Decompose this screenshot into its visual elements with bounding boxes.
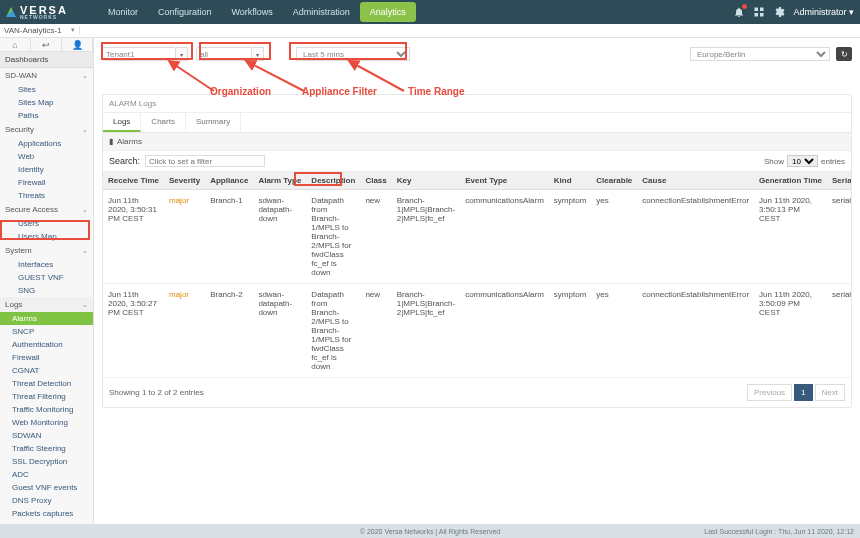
sidebar-section-system[interactable]: System⌄ <box>0 243 93 258</box>
topnav-workflows[interactable]: Workflows <box>221 2 282 22</box>
topnav-monitor[interactable]: Monitor <box>98 2 148 22</box>
back-icon[interactable]: ↩ <box>31 38 62 51</box>
col-appliance[interactable]: Appliance <box>205 172 253 190</box>
col-kind[interactable]: Kind <box>549 172 591 190</box>
sidebar-log-authentication[interactable]: Authentication <box>0 338 93 351</box>
sidebar-item-users[interactable]: Users <box>0 217 93 230</box>
col-event-type[interactable]: Event Type <box>460 172 549 190</box>
home-icon[interactable]: ⌂ <box>0 38 31 51</box>
page-1-button[interactable]: 1 <box>794 384 812 401</box>
sidebar-item-firewall[interactable]: Firewall <box>0 176 93 189</box>
sidebar-log-packets-captures[interactable]: Packets captures <box>0 507 93 520</box>
user-menu[interactable]: Administrator ▾ <box>793 7 854 17</box>
col-description[interactable]: Description <box>306 172 360 190</box>
alarm-panel: ALARM Logs LogsChartsSummary ▮ Alarms Se… <box>102 94 852 408</box>
sidebar-log-dns-proxy[interactable]: DNS Proxy <box>0 494 93 507</box>
col-cause[interactable]: Cause <box>637 172 754 190</box>
search-input[interactable] <box>145 155 265 167</box>
subpanel-head: ▮ Alarms <box>103 133 851 151</box>
sidebar-log-alarms[interactable]: Alarms <box>0 312 93 325</box>
sidebar-item-threats[interactable]: Threats <box>0 189 93 202</box>
next-button[interactable]: Next <box>815 384 845 401</box>
annot-appliance: Appliance Filter <box>302 86 377 97</box>
annot-org: Organization <box>210 86 271 97</box>
sidebar-item-applications[interactable]: Applications <box>0 137 93 150</box>
copyright: © 2020 Versa Networks | All Rights Reser… <box>360 528 500 535</box>
user-icon[interactable]: 👤 <box>62 38 93 51</box>
prev-button[interactable]: Previous <box>747 384 792 401</box>
refresh-button[interactable]: ↻ <box>836 47 852 61</box>
svg-rect-1 <box>760 8 764 12</box>
col-alarm-type[interactable]: Alarm Type <box>253 172 306 190</box>
sidebar-log-sncp[interactable]: SNCP <box>0 325 93 338</box>
timerange-filter[interactable]: Last 5 mins <box>296 47 410 61</box>
col-receive-time[interactable]: Receive Time <box>103 172 164 190</box>
filter-row: Tenant1 ▾ all ▾ Last 5 mins Europe/Berli… <box>102 44 852 64</box>
sidebar-log-cgnat[interactable]: CGNAT <box>0 364 93 377</box>
sidebar-log-guest-vnf-events[interactable]: Guest VNF events <box>0 481 93 494</box>
sidebar-log-adc[interactable]: ADC <box>0 468 93 481</box>
sidebar-section-security[interactable]: Security⌄ <box>0 122 93 137</box>
col-key[interactable]: Key <box>392 172 460 190</box>
pager-info: Showing 1 to 2 of 2 entries <box>109 388 204 397</box>
sidebar-log-web-monitoring[interactable]: Web Monitoring <box>0 416 93 429</box>
logo: VERSA NETWORKS <box>6 4 68 20</box>
svg-rect-0 <box>755 8 759 12</box>
logo-mark-icon <box>6 7 16 17</box>
col-severity[interactable]: Severity <box>164 172 205 190</box>
sidebar-log-threat-detection[interactable]: Threat Detection <box>0 377 93 390</box>
sidebar-item-paths[interactable]: Paths <box>0 109 93 122</box>
sidebar-dashboards-head: Dashboards <box>0 52 93 68</box>
sidebar-section-sd-wan[interactable]: SD-WAN⌄ <box>0 68 93 83</box>
sidebar-item-identity[interactable]: Identity <box>0 163 93 176</box>
sidebar-item-web[interactable]: Web <box>0 150 93 163</box>
col-generation-time[interactable]: Generation Time <box>754 172 827 190</box>
sidebar-log-firewall[interactable]: Firewall <box>0 351 93 364</box>
sidebar-log-sdwan[interactable]: SDWAN <box>0 429 93 442</box>
search-row: Search: Show 10 entries <box>103 151 851 172</box>
grid-icon[interactable] <box>753 6 765 18</box>
org-filter-dd[interactable]: ▾ <box>176 47 188 61</box>
tab-logs[interactable]: Logs <box>103 113 141 132</box>
sidebar-log-ssl-decryption[interactable]: SSL Decryption <box>0 455 93 468</box>
topnav-configuration[interactable]: Configuration <box>148 2 222 22</box>
org-filter[interactable]: Tenant1 <box>102 47 176 61</box>
tenant-selector[interactable]: VAN-Analytics-1▾ <box>0 26 80 35</box>
topnav-analytics[interactable]: Analytics <box>360 2 416 22</box>
sidebar-log-traffic-monitoring[interactable]: Traffic Monitoring <box>0 403 93 416</box>
alarms-table: Receive TimeSeverityApplianceAlarm TypeD… <box>103 172 851 378</box>
sidebar-log-threat-filtering[interactable]: Threat Filtering <box>0 390 93 403</box>
table-row[interactable]: Jun 11th 2020, 3:50:31 PM CESTmajorBranc… <box>103 190 851 284</box>
col-class[interactable]: Class <box>360 172 391 190</box>
entries-select[interactable]: 10 <box>787 155 818 167</box>
svg-line-4 <box>169 61 214 91</box>
tenant-row: VAN-Analytics-1▾ <box>0 24 860 38</box>
footer: © 2020 Versa Networks | All Rights Reser… <box>0 524 860 538</box>
sidebar-item-users-map[interactable]: Users Map <box>0 230 93 243</box>
sidebar-item-sites-map[interactable]: Sites Map <box>0 96 93 109</box>
sidebar-logs-head[interactable]: Logs⌄ <box>0 297 93 312</box>
sidebar-log-traffic-steering[interactable]: Traffic Steering <box>0 442 93 455</box>
gear-icon[interactable] <box>773 6 785 18</box>
bell-icon[interactable] <box>733 6 745 18</box>
table-row[interactable]: Jun 11th 2020, 3:50:27 PM CESTmajorBranc… <box>103 284 851 378</box>
timezone-selector[interactable]: Europe/Berlin <box>690 47 830 61</box>
tab-charts[interactable]: Charts <box>141 113 186 132</box>
svg-rect-3 <box>760 13 764 17</box>
sidebar-item-interfaces[interactable]: Interfaces <box>0 258 93 271</box>
sidebar-item-sng[interactable]: SNG <box>0 284 93 297</box>
topnav-administration[interactable]: Administration <box>283 2 360 22</box>
sidebar-item-sites[interactable]: Sites <box>0 83 93 96</box>
col-serial-number[interactable]: Serial Number <box>827 172 851 190</box>
sidebar-section-secure-access[interactable]: Secure Access⌄ <box>0 202 93 217</box>
panel-tabs: LogsChartsSummary <box>103 113 851 133</box>
topbar-right: Administrator ▾ <box>733 6 854 18</box>
tab-summary[interactable]: Summary <box>186 113 241 132</box>
appliance-filter-dd[interactable]: ▾ <box>252 47 264 61</box>
sidebar-item-guest-vnf[interactable]: GUEST VNF <box>0 271 93 284</box>
col-clearable[interactable]: Clearable <box>591 172 637 190</box>
panel-title: ALARM Logs <box>103 95 851 113</box>
svg-rect-2 <box>755 13 759 17</box>
bar-icon: ▮ <box>109 137 113 146</box>
appliance-filter[interactable]: all <box>196 47 252 61</box>
